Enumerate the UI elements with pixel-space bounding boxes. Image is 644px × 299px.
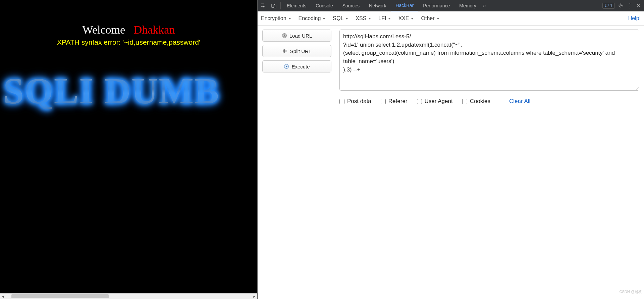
scroll-left-arrow-icon[interactable]: ◄ <box>0 294 6 299</box>
tab-memory[interactable]: Memory <box>454 0 481 11</box>
menu-lfi[interactable]: LFI <box>378 15 391 21</box>
menu-sql[interactable]: SQL <box>333 15 348 21</box>
caret-down-icon <box>368 18 371 19</box>
help-link[interactable]: Help! <box>628 15 641 21</box>
check-referer[interactable]: Referer <box>381 98 408 105</box>
inspect-element-icon[interactable] <box>258 0 268 11</box>
check-postdata[interactable]: Post data <box>339 98 371 105</box>
devtools-tabstrip: Elements Console Sources Network HackBar… <box>258 0 644 11</box>
execute-label: Execute <box>291 64 310 69</box>
clear-all-link[interactable]: Clear All <box>509 98 530 105</box>
settings-gear-icon[interactable] <box>618 3 624 9</box>
close-devtools-icon[interactable]: ✕ <box>636 3 641 9</box>
tab-console[interactable]: Console <box>311 0 337 11</box>
hackbar-options-row: Post data Referer User Agent Cookies C <box>339 98 639 105</box>
scroll-track[interactable] <box>6 294 252 299</box>
play-icon <box>284 64 289 69</box>
separator <box>280 2 281 9</box>
menu-other[interactable]: Other <box>421 15 439 21</box>
check-cookies[interactable]: Cookies <box>462 98 490 105</box>
rendered-page: Welcome Dhakkan XPATH syntax error: '~id… <box>0 0 258 299</box>
messages-count: 1 <box>610 3 612 8</box>
check-postdata-box[interactable] <box>339 99 344 104</box>
menu-xss[interactable]: XSS <box>356 15 371 21</box>
load-url-label: Load URL <box>289 33 312 39</box>
hackbar-toolbar: Encryption Encoding SQL XSS LFI XXE Othe… <box>258 11 644 26</box>
svg-point-8 <box>283 49 284 50</box>
svg-point-7 <box>284 35 285 36</box>
tab-hackbar[interactable]: HackBar <box>391 0 418 11</box>
menu-encoding[interactable]: Encoding <box>299 15 326 21</box>
scroll-right-arrow-icon[interactable]: ► <box>252 294 257 299</box>
device-toggle-icon[interactable] <box>268 0 279 11</box>
caret-down-icon <box>345 18 348 19</box>
watermark: CSDN @越枚 <box>620 289 642 294</box>
svg-point-9 <box>283 52 284 53</box>
disk-icon <box>282 33 287 38</box>
horizontal-scrollbar[interactable]: ◄ ► <box>0 293 257 299</box>
tab-sources[interactable]: Sources <box>338 0 364 11</box>
caret-down-icon <box>411 18 414 19</box>
caret-down-icon <box>388 18 391 19</box>
check-useragent[interactable]: User Agent <box>417 98 453 105</box>
execute-button[interactable]: Execute <box>262 60 331 72</box>
scroll-thumb[interactable] <box>11 294 109 298</box>
url-textarea[interactable] <box>339 30 639 91</box>
split-url-label: Split URL <box>290 48 311 54</box>
tab-network[interactable]: Network <box>364 0 391 11</box>
sqli-banner: SQLI DUMB <box>0 70 257 112</box>
split-url-button[interactable]: Split URL <box>262 45 331 57</box>
hackbar-body: Load URL Split URL Execute <box>258 26 644 107</box>
welcome-heading: Welcome Dhakkan <box>0 23 257 36</box>
check-useragent-box[interactable] <box>417 99 422 104</box>
messages-badge[interactable]: 1 <box>602 3 615 9</box>
menu-xxe[interactable]: XXE <box>398 15 414 21</box>
tab-performance[interactable]: Performance <box>418 0 454 11</box>
check-cookies-box[interactable] <box>462 99 467 104</box>
check-referer-box[interactable] <box>381 99 386 104</box>
svg-point-4 <box>620 4 622 6</box>
message-icon <box>605 4 609 8</box>
kebab-menu-icon[interactable]: ⋮ <box>627 3 633 9</box>
svg-rect-2 <box>274 5 276 8</box>
welcome-name: Dhakkan <box>134 23 175 36</box>
load-url-button[interactable]: Load URL <box>262 30 331 42</box>
caret-down-icon <box>437 18 439 19</box>
welcome-prefix: Welcome <box>83 23 125 36</box>
caret-down-icon <box>288 18 291 19</box>
devtools-panel: Elements Console Sources Network HackBar… <box>258 0 644 299</box>
scissors-icon <box>282 48 288 54</box>
caret-down-icon <box>323 18 325 19</box>
menu-encryption[interactable]: Encryption <box>261 15 291 21</box>
more-tabs-icon[interactable]: » <box>481 0 488 11</box>
tab-elements[interactable]: Elements <box>282 0 311 11</box>
xpath-error-text: XPATH syntax error: '~id,username,passwo… <box>0 38 257 46</box>
